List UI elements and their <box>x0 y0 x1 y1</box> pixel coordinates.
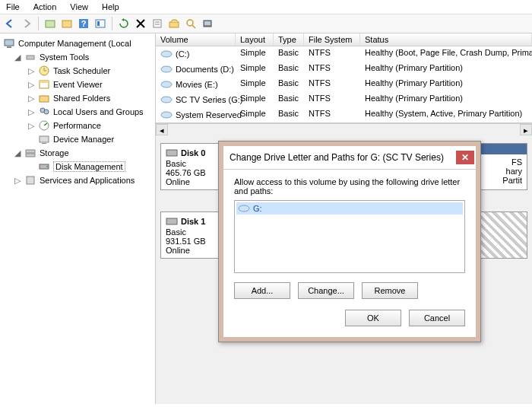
svg-line-11 <box>192 25 195 28</box>
toolbar-icon-2[interactable] <box>60 17 74 30</box>
col-filesystem[interactable]: File System <box>304 33 360 46</box>
toolbar-icon-5[interactable] <box>184 17 198 30</box>
dialog-title: Change Drive Letter and Paths for G: (SC… <box>230 152 444 163</box>
event-icon <box>38 78 50 91</box>
menu-view[interactable]: View <box>70 2 88 11</box>
svg-rect-5 <box>97 21 100 26</box>
table-row[interactable]: Documents (D:)SimpleBasicNTFSHealthy (Pr… <box>156 62 532 77</box>
col-status[interactable]: Status <box>360 33 532 46</box>
disk-0-info: Disk 0 Basic 465.76 GB Online <box>160 143 223 190</box>
svg-point-24 <box>44 110 49 114</box>
svg-point-35 <box>161 66 172 72</box>
change-drive-letter-dialog: Change Drive Letter and Paths for G: (SC… <box>218 141 481 342</box>
tree-storage[interactable]: ◢Storage <box>0 146 155 160</box>
toolbar-icon-1[interactable] <box>43 17 57 30</box>
services-icon <box>24 174 36 186</box>
svg-rect-15 <box>7 46 11 48</box>
col-layout[interactable]: Layout <box>236 33 274 46</box>
drive-icon <box>238 202 250 215</box>
menu-help[interactable]: Help <box>102 2 119 11</box>
table-row[interactable]: Movies (E:)SimpleBasicNTFSHealthy (Prima… <box>156 77 532 92</box>
back-button[interactable] <box>3 17 17 30</box>
tree-services[interactable]: ▷Services and Applications <box>0 173 155 187</box>
tree-disk-management[interactable]: ▷Disk Management <box>0 160 155 173</box>
svg-rect-39 <box>166 150 177 156</box>
expand-icon[interactable]: ▷ <box>14 176 21 186</box>
svg-rect-13 <box>204 21 211 25</box>
svg-point-10 <box>187 20 193 26</box>
toolbar-icon-6[interactable] <box>201 17 214 30</box>
svg-rect-33 <box>27 176 34 184</box>
expand-icon[interactable]: ▷ <box>27 121 35 131</box>
dialog-titlebar[interactable]: Change Drive Letter and Paths for G: (SC… <box>223 146 476 169</box>
menu-file[interactable]: File <box>6 2 20 11</box>
svg-point-34 <box>161 51 172 57</box>
svg-rect-16 <box>27 56 34 59</box>
col-volume[interactable]: Volume <box>156 33 236 46</box>
tree-local-users[interactable]: ▷Local Users and Groups <box>0 105 155 119</box>
volume-icon <box>160 94 173 106</box>
drive-paths-listbox[interactable]: G: <box>234 200 465 273</box>
svg-rect-4 <box>96 20 105 27</box>
close-button[interactable]: ✕ <box>456 151 474 164</box>
expand-icon[interactable]: ▷ <box>27 94 35 103</box>
volume-icon <box>160 78 173 91</box>
svg-rect-0 <box>46 21 55 27</box>
close-icon: ✕ <box>461 152 469 163</box>
tree-performance[interactable]: ▷Performance <box>0 119 155 132</box>
svg-rect-28 <box>42 143 46 144</box>
properties-icon[interactable] <box>150 17 164 30</box>
perf-icon <box>38 119 50 132</box>
scroll-right-icon[interactable]: ▸ <box>520 124 532 135</box>
svg-rect-22 <box>40 96 49 102</box>
collapse-icon[interactable]: ◢ <box>14 52 21 62</box>
collapse-icon[interactable]: ◢ <box>14 148 21 158</box>
svg-text:?: ? <box>81 19 87 28</box>
tree-event-viewer[interactable]: ▷Event Viewer <box>0 78 155 91</box>
add-button[interactable]: Add... <box>234 282 290 299</box>
tree-system-tools[interactable]: ◢System Tools <box>0 50 155 64</box>
scroll-left-icon[interactable]: ◂ <box>156 124 168 135</box>
nav-tree[interactable]: Computer Management (Local ◢System Tools… <box>0 33 156 404</box>
toolbar-icon-3[interactable] <box>93 17 107 30</box>
ok-button[interactable]: OK <box>345 310 401 326</box>
table-row[interactable]: SC TV Series (G:)SimpleBasicNTFSHealthy … <box>156 92 532 107</box>
svg-point-32 <box>46 166 48 167</box>
expand-icon[interactable]: ▷ <box>27 66 35 76</box>
refresh-icon[interactable] <box>117 17 131 30</box>
menubar: File Action View Help <box>0 0 532 14</box>
svg-point-41 <box>239 205 249 211</box>
expand-icon[interactable]: ▷ <box>27 107 35 117</box>
device-icon <box>38 133 50 145</box>
volume-icon <box>160 63 173 75</box>
menu-action[interactable]: Action <box>33 2 57 11</box>
computer-icon <box>3 37 15 49</box>
disk-icon <box>38 161 50 173</box>
table-row[interactable]: System ReservedSimpleBasicNTFSHealthy (S… <box>156 107 532 122</box>
users-icon <box>38 106 50 118</box>
help-icon[interactable]: ? <box>77 17 90 30</box>
svg-rect-29 <box>26 150 35 153</box>
delete-icon[interactable] <box>134 17 147 30</box>
horizontal-scrollbar[interactable]: ◂▸ <box>156 123 532 135</box>
table-row[interactable]: (C:)SimpleBasicNTFSHealthy (Boot, Page F… <box>156 46 532 62</box>
tree-root[interactable]: Computer Management (Local <box>0 37 155 50</box>
tree-shared-folders[interactable]: ▷Shared Folders <box>0 91 155 105</box>
toolbar: ? <box>0 14 532 33</box>
volume-list[interactable]: Volume Layout Type File System Status (C… <box>156 33 532 123</box>
volume-header[interactable]: Volume Layout Type File System Status <box>156 33 532 46</box>
col-type[interactable]: Type <box>274 33 304 46</box>
cancel-button[interactable]: Cancel <box>409 310 465 326</box>
change-button[interactable]: Change... <box>298 282 354 299</box>
svg-point-36 <box>161 81 172 87</box>
list-item[interactable]: G: <box>236 202 463 215</box>
tree-device-manager[interactable]: ▷Device Manager <box>0 132 155 146</box>
remove-button[interactable]: Remove <box>362 282 418 299</box>
clock-icon <box>38 65 50 77</box>
forward-button[interactable] <box>20 17 33 30</box>
toolbar-icon-4[interactable] <box>167 17 181 30</box>
expand-icon[interactable]: ▷ <box>27 80 35 90</box>
tree-task-scheduler[interactable]: ▷Task Scheduler <box>0 64 155 78</box>
storage-icon <box>24 147 36 159</box>
svg-rect-30 <box>26 154 35 157</box>
